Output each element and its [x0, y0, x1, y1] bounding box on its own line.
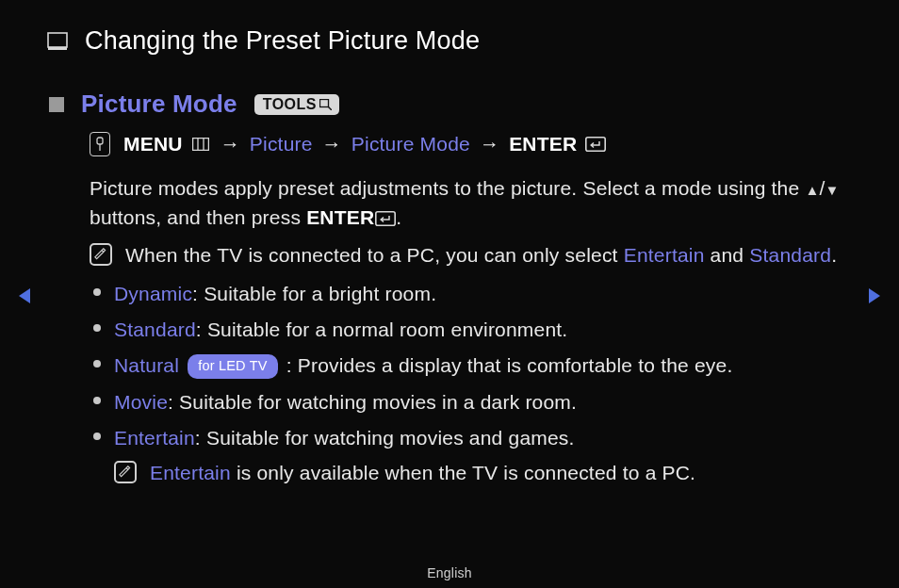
section-title: Picture Mode — [81, 90, 237, 119]
path-picture: Picture — [250, 133, 313, 155]
intro-paragraph: Picture modes apply preset adjustments t… — [90, 173, 842, 232]
svg-marker-11 — [869, 288, 880, 303]
nav-prev-button[interactable] — [17, 286, 34, 310]
svg-rect-1 — [48, 47, 67, 50]
list-item: Entertain: Suitable for watching movies … — [93, 424, 842, 487]
note-icon — [114, 461, 137, 483]
enter-icon — [585, 137, 606, 152]
arrow-icon: → — [219, 133, 242, 155]
mode-list: Dynamic: Suitable for a bright room. Sta… — [93, 280, 842, 488]
list-item: Movie: Suitable for watching movies in a… — [93, 388, 842, 416]
list-item: Dynamic: Suitable for a bright room. — [93, 280, 842, 308]
bullet-dot-icon — [93, 397, 101, 404]
arrow-icon: → — [320, 133, 344, 155]
bullet-dot-icon — [93, 288, 101, 296]
note-pc-connection: When the TV is connected to a PC, you ca… — [90, 241, 842, 270]
list-item: Standard: Suitable for a normal room env… — [93, 316, 842, 344]
svg-rect-5 — [192, 139, 208, 151]
tools-badge: TOOLS — [254, 94, 339, 115]
arrow-icon: → — [478, 133, 501, 155]
svg-marker-10 — [19, 288, 30, 303]
menu-grid-icon — [192, 138, 209, 151]
svg-rect-8 — [586, 138, 605, 151]
led-tv-badge: for LED TV — [188, 354, 277, 379]
page-title: Changing the Preset Picture Mode — [85, 26, 480, 56]
menu-path: MENU → Picture → Picture Mode → ENTER — [90, 132, 852, 156]
footer-language: English — [0, 565, 899, 580]
path-menu: MENU — [123, 133, 183, 155]
up-triangle-icon: ▲ — [805, 182, 819, 198]
nav-next-button[interactable] — [865, 286, 882, 310]
svg-rect-3 — [97, 138, 103, 144]
svg-rect-0 — [48, 33, 67, 47]
path-enter: ENTER — [509, 133, 577, 155]
svg-rect-9 — [376, 212, 395, 225]
square-bullet-icon — [49, 97, 64, 112]
tools-badge-label: TOOLS — [263, 96, 317, 113]
bullet-dot-icon — [93, 360, 101, 368]
list-item: Natural for LED TV : Provides a display … — [93, 351, 842, 380]
path-picture-mode: Picture Mode — [351, 133, 470, 155]
sub-note: Entertain is only available when the TV … — [114, 459, 842, 487]
book-icon — [47, 32, 68, 51]
bullet-dot-icon — [93, 324, 101, 332]
tools-badge-icon — [319, 99, 332, 110]
remote-icon — [90, 132, 110, 156]
enter-icon — [375, 211, 396, 226]
down-triangle-icon: ▼ — [825, 182, 839, 198]
note-icon — [90, 243, 112, 266]
svg-rect-2 — [319, 99, 328, 106]
bullet-dot-icon — [93, 433, 101, 440]
